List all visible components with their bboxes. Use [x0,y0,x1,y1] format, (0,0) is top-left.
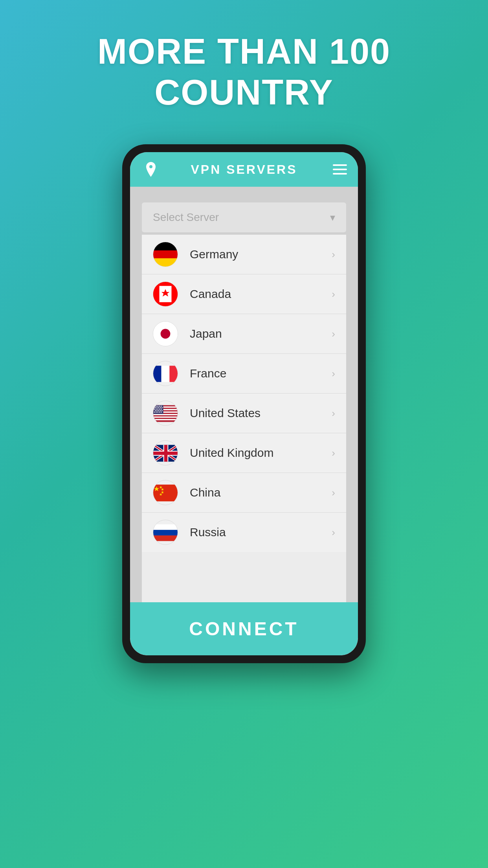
svg-point-34 [160,410,161,411]
menu-button[interactable] [327,160,347,179]
svg-point-24 [160,407,161,408]
menu-line-1 [333,164,347,166]
svg-point-36 [154,412,155,413]
svg-point-27 [156,409,157,410]
svg-point-20 [161,406,162,407]
chevron-right-icon: › [332,447,335,459]
country-name: Canada [190,287,332,301]
svg-point-19 [159,406,160,407]
svg-point-18 [157,406,158,407]
chevron-down-icon: ▾ [330,211,335,224]
chevron-right-icon: › [332,487,335,499]
svg-rect-7 [169,366,178,382]
list-item[interactable]: Japan › [142,314,346,354]
country-name: Japan [190,327,332,340]
country-name: United States [190,406,332,420]
svg-point-16 [154,406,155,407]
phone-mockup: VPN SERVERS Select Server ▾ [122,144,366,663]
list-item[interactable]: France › [142,354,346,394]
flag-russia [153,520,178,545]
flag-france [153,361,178,386]
flag-canada [153,281,178,307]
list-item[interactable]: Germany › [142,235,346,274]
select-server-placeholder: Select Server [153,211,219,224]
country-name: Germany [190,248,332,261]
svg-rect-6 [161,366,170,382]
headline: MORE THAN 100 COUNTRY [97,31,391,113]
svg-point-26 [154,409,155,410]
svg-point-33 [158,410,160,411]
menu-line-2 [333,169,347,170]
svg-rect-14 [153,419,178,420]
country-name: Russia [190,526,332,539]
flag-uk [153,440,178,465]
svg-rect-50 [153,485,178,502]
svg-point-28 [157,409,158,410]
svg-point-32 [156,410,158,411]
country-name: United Kingdom [190,446,332,460]
chevron-right-icon: › [332,407,335,419]
list-item[interactable]: China › [142,473,346,513]
location-pin-icon [144,162,158,177]
flag-japan [153,321,178,346]
svg-rect-58 [153,535,178,541]
country-name: France [190,367,332,380]
chevron-right-icon: › [332,526,335,539]
menu-line-3 [333,173,347,175]
svg-point-30 [161,409,162,410]
svg-point-25 [161,407,163,408]
svg-point-17 [156,406,157,407]
svg-point-29 [159,409,160,410]
flag-us [153,401,178,426]
chevron-right-icon: › [332,288,335,300]
app-logo [141,160,161,179]
app-title: VPN SERVERS [161,162,327,177]
svg-rect-49 [153,452,178,455]
svg-rect-5 [153,366,161,382]
svg-rect-12 [153,414,178,415]
list-item[interactable]: Russia › [142,513,346,552]
svg-point-23 [158,407,160,408]
svg-point-38 [157,412,158,413]
list-item[interactable]: United States › [142,394,346,433]
country-name: China [190,486,332,499]
flag-china [153,480,178,505]
country-list: Germany › Canada [142,235,346,602]
svg-point-40 [161,412,162,413]
select-server-dropdown[interactable]: Select Server ▾ [142,202,346,232]
list-item[interactable]: United Kingdom › [142,433,346,473]
svg-point-35 [161,410,163,411]
svg-rect-57 [153,530,178,535]
svg-point-31 [155,410,156,411]
svg-rect-56 [153,524,178,530]
connect-button[interactable]: CONNECT [130,602,358,655]
chevron-right-icon: › [332,328,335,340]
list-item[interactable]: Canada › [142,274,346,314]
flag-germany [153,242,178,267]
svg-point-21 [155,407,156,408]
svg-point-22 [156,407,158,408]
svg-point-37 [156,412,157,413]
chevron-right-icon: › [332,368,335,380]
svg-rect-13 [153,416,178,417]
chevron-right-icon: › [332,248,335,261]
svg-point-4 [161,329,171,339]
svg-point-39 [159,412,160,413]
app-bar: VPN SERVERS [130,152,358,187]
